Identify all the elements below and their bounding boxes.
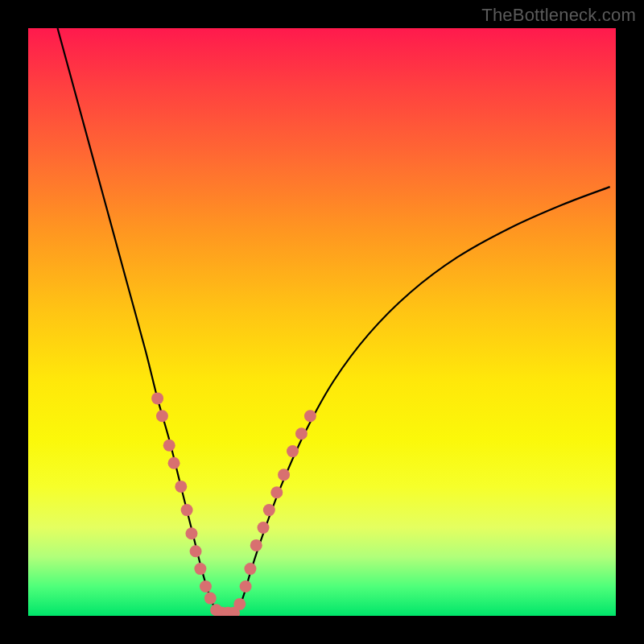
data-marker	[304, 410, 316, 422]
data-marker	[240, 580, 252, 592]
chart-svg	[28, 28, 616, 616]
right-branch-curve	[234, 187, 610, 616]
watermark-text: TheBottleneck.com	[481, 5, 636, 26]
left-branch-curve	[58, 28, 220, 616]
plot-area	[28, 28, 616, 616]
data-marker	[190, 545, 202, 557]
data-marker	[258, 522, 270, 534]
data-marker	[263, 504, 275, 516]
data-marker	[233, 598, 246, 610]
data-marker	[287, 445, 299, 457]
data-marker	[250, 539, 262, 551]
data-marker	[151, 392, 163, 404]
data-marker	[204, 592, 217, 605]
data-marker	[295, 427, 308, 440]
data-marker	[200, 580, 212, 592]
data-marker	[168, 457, 180, 469]
data-marker	[194, 563, 206, 575]
chart-frame: TheBottleneck.com	[0, 0, 644, 644]
data-marker	[278, 469, 290, 481]
data-marker	[156, 410, 168, 422]
data-marker	[163, 440, 175, 452]
data-marker	[181, 504, 193, 516]
data-marker	[175, 481, 187, 493]
data-marker	[270, 486, 283, 498]
markers-group	[151, 392, 316, 616]
data-marker	[185, 527, 197, 539]
data-marker	[244, 563, 256, 575]
